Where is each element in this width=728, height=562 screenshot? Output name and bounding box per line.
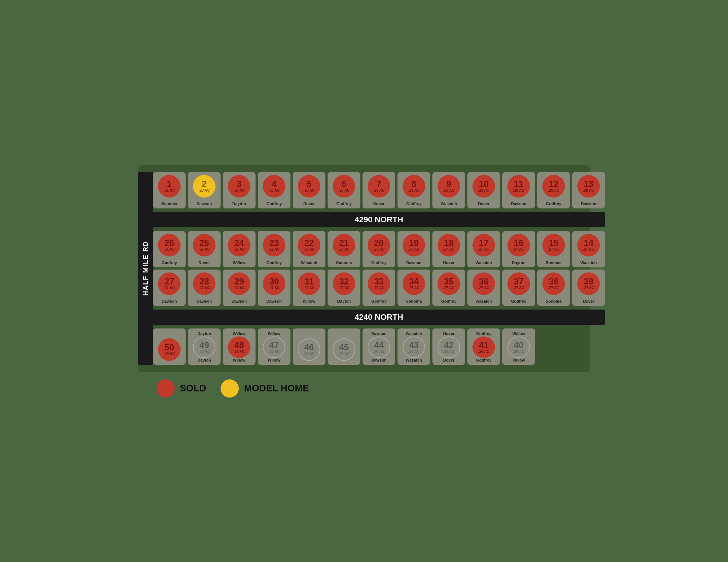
lot-number-3: 3 [237,180,241,188]
lot-ac-4: .28 AC [269,188,280,192]
lot-circle-6: 6.28 AC [333,175,355,198]
lot-name-19: Dawson [406,260,422,265]
lot-22[interactable]: 22.27 ACWasatch [293,231,325,267]
lot-name-1: Sonoma [161,202,177,206]
lot-39[interactable]: 39.27 ACDover [572,270,605,306]
lot-name-top-42: Dover [443,331,454,336]
lot-30[interactable]: 30.27 ACDawson [258,270,290,306]
lot-number-43: 43 [409,341,419,350]
lot-ac-39: .27 AC [583,286,594,290]
lot-7[interactable]: 7.28 ACDover [363,172,395,208]
lot-14[interactable]: 14.27 ACWasatch [572,231,605,267]
lot-name-top-47: Willow [268,331,281,336]
lot-row-2: 26.31 ACGodfrey25.27 ACDover24.27 ACWill… [153,231,605,267]
lot-3[interactable]: 3.28 ACDayton [223,172,256,208]
lot-5[interactable]: 5.28 ACDover [293,172,325,208]
lot-name-21: Sonoma [336,260,352,265]
lot-ac-48: .26 AC [234,350,245,354]
lot-44[interactable]: Dawson44.26 ACDawson [363,328,395,365]
lot-33[interactable]: 33.27 ACGodfrey [363,270,395,306]
legend-model: MODEL HOME [221,379,309,398]
lot-48[interactable]: Willow48.26 ACWillow [223,328,256,365]
lot-23[interactable]: 23.27 ACGodfrey [258,231,290,267]
lot-ac-38: .27 AC [548,286,559,290]
lot-circle-12: 12.28 AC [542,175,565,198]
lot-number-6: 6 [341,180,346,188]
lot-name-30: Dawson [266,299,282,303]
lot-ac-36: .27 AC [478,286,490,290]
lot-1[interactable]: 1.31 ACSonoma [153,172,186,208]
lot-ac-16: .27 AC [513,247,525,251]
lot-number-21: 21 [339,239,349,247]
lot-49[interactable]: Dayton49.26 ACDayton [188,328,221,365]
lot-35[interactable]: 35.27 ACGodfrey [432,270,465,306]
lot-24[interactable]: 24.27 ACWillow [223,231,256,267]
lot-number-8: 8 [411,180,416,188]
lot-12[interactable]: 12.28 ACGodfrey [537,172,570,208]
lot-32[interactable]: 32.27 ACDayton [328,270,360,306]
lot-20[interactable]: 20.27 ACGodfrey [363,231,395,267]
lot-47[interactable]: Willow47.26 ACWillow [258,328,290,365]
lot-4[interactable]: 4.28 ACGodfrey [258,172,290,208]
lot-29[interactable]: 29.27 ACDawson [223,270,256,306]
lot-circle-11: 11.28 AC [507,175,530,198]
lot-50[interactable]: 50.26 AC [153,328,186,365]
lot-43[interactable]: Wasatch43.26 ACWasatch [397,328,430,365]
lot-6[interactable]: 6.28 ACGodfrey [328,172,360,208]
lot-10[interactable]: 10.28 ACDover [467,172,500,208]
lot-circle-27: 27.31 AC [158,272,181,295]
lot-name-14: Wasatch [581,260,597,265]
lot-circle-29: 29.27 AC [228,272,250,295]
lot-name-top-40: Willow [513,331,525,336]
lot-name-42: Dover [443,358,454,362]
lot-15[interactable]: 15.27 ACSonoma [537,231,570,267]
lot-27[interactable]: 27.31 ACDawson [153,270,186,306]
lot-8[interactable]: 8.28 ACGodfrey [397,172,430,208]
lot-9[interactable]: 9.28 ACWasatch [432,172,465,208]
lot-40[interactable]: Willow40.26 ACWillow [502,328,535,365]
lot-19[interactable]: 19.27 ACDawson [397,231,430,267]
lot-ac-23: .27 AC [269,247,280,251]
lot-number-33: 33 [374,277,384,286]
lot-name-top-49: Dayton [197,331,211,336]
lot-2[interactable]: 2.28 ACDawson [188,172,221,208]
lot-34[interactable]: 34.27 ACSonoma [397,270,430,306]
lot-25[interactable]: 25.27 ACDover [188,231,221,267]
lot-ac-5: .28 AC [304,188,315,192]
lot-circle-25: 25.27 AC [193,234,215,256]
lot-26[interactable]: 26.31 ACGodfrey [153,231,186,267]
lot-46[interactable]: 46.26 AC [293,328,325,365]
lot-38[interactable]: 38.27 ACSonoma [537,270,570,306]
lot-ac-7: .28 AC [373,188,385,192]
lot-circle-2: 2.28 AC [193,175,215,198]
lot-31[interactable]: 31.27 ACWillow [293,270,325,306]
lot-circle-33: 33.27 AC [368,272,390,295]
lot-13[interactable]: 13.28 ACDawson [572,172,605,208]
lot-36[interactable]: 36.27 ACWasatch [467,270,500,306]
lot-circle-50: 50.26 AC [158,338,181,361]
lot-45[interactable]: 45.26 AC [328,328,360,365]
lot-11[interactable]: 11.28 ACDawson [502,172,535,208]
lot-number-37: 37 [514,277,524,286]
lot-28[interactable]: 28.27 ACDawson [188,270,221,306]
lot-21[interactable]: 21.27 ACSonoma [328,231,360,267]
lot-circle-49: 49.26 AC [193,336,215,358]
lot-circle-7: 7.28 AC [368,175,390,198]
lot-name-27: Dawson [162,299,177,303]
lot-name-15: Sonoma [546,260,561,265]
lot-number-9: 9 [446,180,451,188]
lot-number-20: 20 [374,239,384,247]
lot-number-24: 24 [234,239,244,247]
lot-name-4: Godfrey [266,202,282,206]
lot-37[interactable]: 37.27 ACGodfrey [502,270,535,306]
lot-ac-42: .26 AC [443,350,455,354]
lot-name-32: Dayton [337,299,351,303]
lot-42[interactable]: Dover42.26 ACDover [432,328,465,365]
lot-17[interactable]: 17.27 ACWasatch [467,231,500,267]
lot-name-38: Sonoma [546,299,561,303]
lot-18[interactable]: 18.27 ACDover [432,231,465,267]
lot-16[interactable]: 16.27 ACDayton [502,231,535,267]
lot-number-40: 40 [514,341,524,350]
lot-name-top-41: Godfrey [476,331,491,336]
lot-41[interactable]: Godfrey41.26 ACGodfrey [467,328,500,365]
